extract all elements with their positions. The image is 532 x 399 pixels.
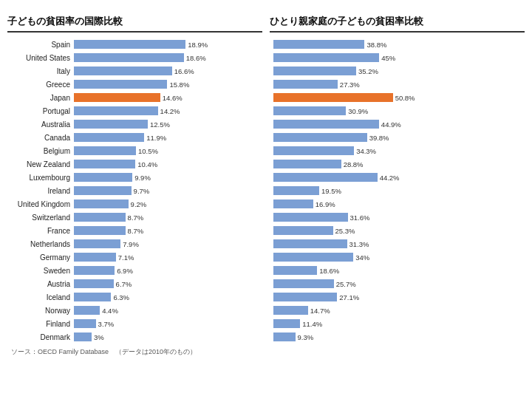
bar-value: 9.3% xyxy=(298,333,314,341)
table-row: Finland3.7% xyxy=(7,318,262,330)
bar-container: 9.9% xyxy=(74,173,262,182)
bar-container: 44.9% xyxy=(273,120,525,129)
table-row: 34.3% xyxy=(273,145,525,157)
bar-container: 15.8% xyxy=(74,80,262,89)
data-bar xyxy=(74,146,136,155)
bar-container: 16.9% xyxy=(273,200,525,208)
table-row: 31.3% xyxy=(273,238,525,250)
bar-value: 12.5% xyxy=(150,120,170,129)
table-row: Italy16.6% xyxy=(7,65,262,77)
data-bar xyxy=(273,293,337,301)
table-row: Austria6.7% xyxy=(7,278,262,290)
bar-container: 25.3% xyxy=(273,226,525,235)
bar-value: 4.4% xyxy=(102,307,118,315)
bar-value: 28.8% xyxy=(344,160,364,168)
bar-value: 30.9% xyxy=(348,107,368,115)
table-row: France8.7% xyxy=(7,225,262,236)
data-bar xyxy=(74,53,184,62)
chart1-title: 子どもの貧困率の国際比較 xyxy=(7,15,262,33)
bar-container: 35.2% xyxy=(273,66,525,75)
table-row: Ireland9.7% xyxy=(7,185,262,197)
data-bar xyxy=(74,213,126,222)
bar-value: 14.2% xyxy=(160,107,180,115)
table-row: 44.9% xyxy=(273,118,525,130)
chart2-bars: 38.8%45%35.2%27.3%50.8%30.9%44.9%39.8%34… xyxy=(270,38,525,343)
data-bar xyxy=(74,200,129,208)
data-bar xyxy=(74,253,116,262)
table-row: 25.7% xyxy=(273,278,525,290)
country-label: United Kingdom xyxy=(7,200,74,208)
bar-value: 38.8% xyxy=(366,41,386,49)
bar-container: 3% xyxy=(74,332,262,341)
bar-container: 25.7% xyxy=(273,279,525,288)
bar-container: 7.9% xyxy=(74,239,262,248)
table-row: United Kingdom9.2% xyxy=(7,198,262,210)
data-bar xyxy=(273,80,338,89)
table-row: 27.1% xyxy=(273,291,525,303)
table-row: 38.8% xyxy=(273,38,525,50)
bar-value: 44.2% xyxy=(380,174,400,182)
bar-container: 34.3% xyxy=(273,146,525,155)
table-row: United States18.6% xyxy=(7,52,262,64)
table-row: Denmark3% xyxy=(7,331,262,343)
bar-value: 44.9% xyxy=(381,120,401,129)
data-bar xyxy=(273,200,313,208)
bar-value: 8.7% xyxy=(128,227,144,235)
data-bar xyxy=(74,120,148,129)
bar-value: 34% xyxy=(355,253,369,262)
bar-container: 27.1% xyxy=(273,293,525,301)
bar-value: 18.6% xyxy=(319,267,339,275)
country-label: Netherlands xyxy=(7,240,74,248)
country-label: New Zealand xyxy=(7,160,74,168)
bar-value: 9.2% xyxy=(131,200,147,208)
table-row: 19.5% xyxy=(273,185,525,197)
country-label: France xyxy=(7,227,74,235)
bar-container: 8.7% xyxy=(74,226,262,235)
data-bar xyxy=(273,53,379,62)
data-bar xyxy=(273,239,347,248)
table-row: Greece15.8% xyxy=(7,78,262,90)
bar-value: 6.7% xyxy=(116,280,132,288)
bar-container: 14.6% xyxy=(74,93,262,102)
source-text: ソース：OECD Family Database （データは2010年のもの） xyxy=(7,347,262,357)
bar-container: 9.7% xyxy=(74,186,262,195)
bar-container: 39.8% xyxy=(273,133,525,142)
table-row: 28.8% xyxy=(273,158,525,170)
data-bar xyxy=(273,306,308,315)
table-row: 35.2% xyxy=(273,65,525,77)
bar-value: 10.4% xyxy=(137,160,157,168)
table-row: Iceland6.3% xyxy=(7,291,262,303)
bar-value: 50.8% xyxy=(395,94,415,102)
data-bar xyxy=(74,40,185,49)
bar-value: 9.9% xyxy=(134,174,151,182)
bar-value: 35.2% xyxy=(358,67,378,75)
table-row: Japan14.6% xyxy=(7,92,262,103)
table-row: Luxembourg9.9% xyxy=(7,171,262,183)
bar-container: 34% xyxy=(273,253,525,262)
data-bar xyxy=(74,279,114,288)
table-row: Spain18.9% xyxy=(7,38,262,50)
bar-container: 3.7% xyxy=(74,319,262,328)
data-bar xyxy=(273,106,346,115)
chart2-title: ひとり親家庭の子どもの貧困率比較 xyxy=(270,15,525,33)
table-row: 16.9% xyxy=(273,198,525,210)
country-label: Spain xyxy=(7,41,74,49)
data-bar xyxy=(273,213,348,222)
chart1-section: 子どもの貧困率の国際比較 Spain18.9%United States18.6… xyxy=(7,15,262,357)
bar-value: 9.7% xyxy=(134,187,150,195)
table-row: 11.4% xyxy=(273,318,525,330)
bar-container: 11.9% xyxy=(74,133,262,142)
bar-container: 7.1% xyxy=(74,253,262,262)
data-bar xyxy=(74,266,115,275)
table-row: Belgium10.5% xyxy=(7,145,262,157)
table-row: 14.7% xyxy=(273,304,525,316)
bar-container: 27.3% xyxy=(273,80,525,89)
bar-value: 7.9% xyxy=(123,240,139,248)
data-bar xyxy=(273,160,341,168)
country-label: Japan xyxy=(7,94,74,102)
table-row: 31.6% xyxy=(273,211,525,223)
data-bar xyxy=(74,80,167,89)
country-label: Iceland xyxy=(7,293,74,301)
country-label: United States xyxy=(7,54,74,62)
data-bar xyxy=(74,239,120,248)
